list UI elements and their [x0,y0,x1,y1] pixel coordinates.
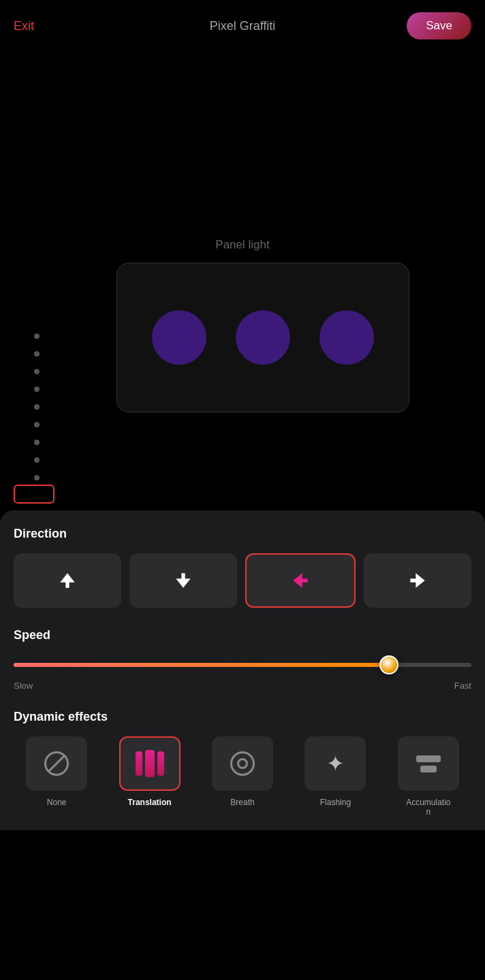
accum-bar-1 [416,755,441,762]
save-button[interactable]: Save [407,12,471,39]
panel-frame [116,263,409,412]
effects-grid: None Translation [14,736,471,817]
effect-accumulation-box [398,736,459,791]
speed-section: Speed Slow Fast [14,628,471,691]
panel-circle-3 [319,310,374,365]
panel-circle-1 [152,310,206,365]
dot-5 [34,404,40,410]
effect-translation-label: Translation [128,798,172,807]
speed-title: Speed [14,628,471,642]
slider-track [14,663,471,667]
dot-8 [34,457,40,463]
dot-9 [34,475,40,480]
effect-none-label: None [47,798,67,807]
effect-accumulation-label: Accumulation [406,798,450,817]
dot-3 [34,369,40,374]
effect-flashing[interactable]: ✦ Flashing [292,736,378,817]
none-icon [44,751,69,776]
dot-1 [34,333,40,339]
direction-buttons [14,553,471,608]
translation-icon [136,749,164,778]
header: Exit Pixel Graffiti Save [0,0,485,48]
dot-6 [34,422,40,427]
page-title: Pixel Graffiti [210,19,276,33]
dots-column [34,333,40,480]
effect-translation[interactable]: Translation [106,736,192,817]
trans-bar-3 [157,751,164,776]
flashing-icon: ✦ [326,751,345,777]
direction-right-button[interactable] [364,553,471,608]
color-swatch[interactable] [14,485,54,504]
effects-section: Dynamic effects None Translation [14,710,471,817]
exit-button[interactable]: Exit [14,19,34,33]
slider-labels: Slow Fast [14,681,471,691]
dot-2 [34,351,40,357]
effect-breath[interactable]: Breath [200,736,285,817]
slow-label: Slow [14,681,33,691]
panel-light-label: Panel light [215,238,269,252]
effect-translation-box [119,736,181,791]
accumulation-icon [416,755,441,772]
effect-none[interactable]: None [14,736,99,817]
effect-breath-box [212,736,273,791]
trans-bar-2 [145,750,155,777]
dot-4 [34,387,40,392]
effect-none-box [26,736,87,791]
panel-circle-2 [236,310,290,365]
slider-fill [14,663,389,667]
speed-slider-container[interactable] [14,655,471,675]
direction-down-button[interactable] [129,553,237,608]
slider-thumb[interactable] [379,655,398,674]
effect-flashing-box: ✦ [304,736,366,791]
direction-title: Direction [14,527,471,541]
effect-breath-label: Breath [230,798,254,807]
canvas-area: Panel light [0,48,485,510]
trans-bar-1 [136,751,142,776]
direction-up-button[interactable] [14,553,121,608]
bottom-panel: Direction Speed [0,510,485,830]
effects-title: Dynamic effects [14,710,471,724]
breath-inner-icon [237,758,248,769]
direction-left-button[interactable] [245,553,356,608]
breath-icon [230,751,255,776]
dot-7 [34,440,40,445]
effect-accumulation[interactable]: Accumulation [386,736,471,817]
effect-flashing-label: Flashing [320,798,351,807]
accum-bar-2 [420,766,437,772]
fast-label: Fast [454,681,471,691]
